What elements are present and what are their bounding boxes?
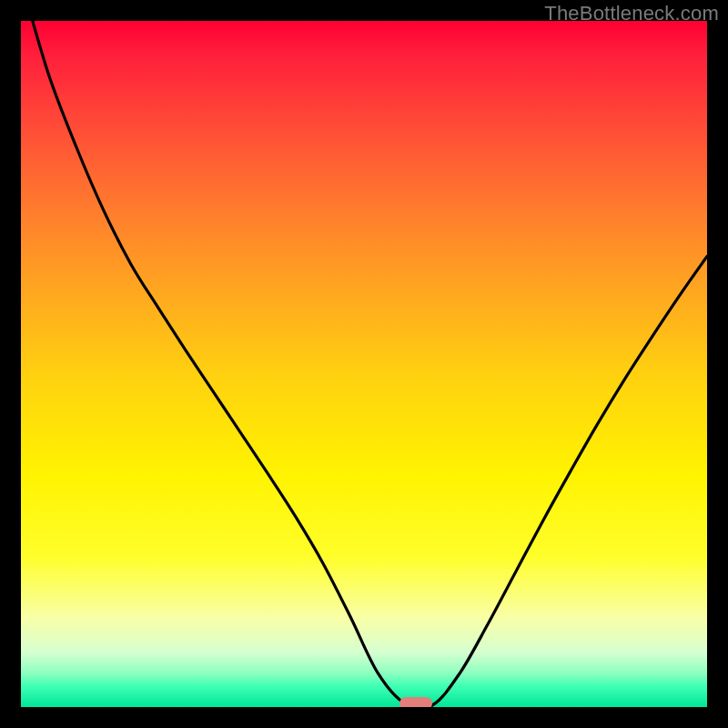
optimum-marker [399,697,432,707]
bottleneck-curve [21,21,707,707]
chart-container: TheBottleneck.com [0,0,728,728]
plot-area [21,21,707,707]
watermark-text: TheBottleneck.com [544,2,719,25]
